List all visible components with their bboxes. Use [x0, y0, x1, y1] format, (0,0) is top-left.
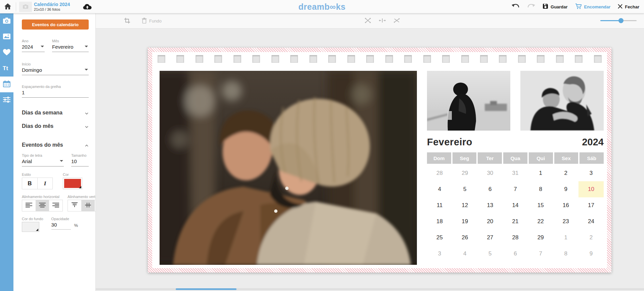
- binding-hole: [233, 55, 241, 63]
- shuffle-button[interactable]: [393, 17, 400, 25]
- section-month-events[interactable]: Eventos do mês: [22, 142, 89, 148]
- save-button[interactable]: Guardar: [543, 3, 568, 10]
- date-cell: 1: [553, 230, 578, 246]
- sidebar-item-favorites[interactable]: [0, 45, 13, 61]
- redo-icon: [527, 3, 535, 10]
- editor-canvas: Fundo: [96, 13, 644, 291]
- date-cell: 29: [452, 165, 477, 181]
- binding-hole: [214, 55, 222, 63]
- binding-hole: [404, 55, 412, 63]
- zoom-slider[interactable]: [600, 20, 637, 21]
- zoom-slider-thumb[interactable]: [618, 18, 624, 23]
- weekday-cell: Qua: [503, 152, 527, 164]
- align-bottom-button[interactable]: [95, 200, 96, 211]
- weekday-row: DomSegTerQuaQuiSexSáb: [427, 152, 604, 164]
- date-cell: 7: [503, 181, 528, 197]
- upload-button[interactable]: [83, 3, 92, 11]
- date-cell: 5: [477, 246, 503, 262]
- bold-button[interactable]: B: [22, 178, 37, 189]
- start-day-label: Início: [22, 62, 89, 66]
- flip-horizontal-button[interactable]: [379, 18, 386, 24]
- camera-icon: [3, 17, 10, 25]
- year-select[interactable]: 2024: [22, 44, 45, 52]
- home-icon: [4, 3, 11, 11]
- italic-button[interactable]: I: [37, 178, 53, 189]
- cart-icon: [575, 3, 582, 10]
- binding-hole: [537, 55, 545, 63]
- date-cell: 6: [477, 181, 503, 197]
- grid-spacing-input[interactable]: 1: [22, 90, 89, 98]
- align-right-button[interactable]: [49, 200, 62, 211]
- binding-hole: [518, 55, 526, 63]
- bg-color-swatch[interactable]: [22, 222, 39, 232]
- binding-hole: [442, 55, 450, 63]
- background-label: Fundo: [149, 18, 162, 23]
- binding-hole: [575, 55, 583, 63]
- close-button[interactable]: Fechar: [618, 4, 639, 10]
- binding-hole: [158, 55, 165, 63]
- date-cell: 1: [528, 165, 553, 181]
- date-cell: 27: [477, 230, 503, 246]
- align-h-field: Alinhamento horizontal: [22, 195, 63, 211]
- year-field: Ano 2024: [22, 39, 45, 52]
- calendar-settings-panel: Eventos do calendário Ano 2024 Mês Fever…: [13, 13, 96, 291]
- month-select[interactable]: Fevereiro: [52, 44, 89, 52]
- small-photo-1[interactable]: [427, 71, 510, 131]
- align-middle-button[interactable]: [81, 200, 95, 211]
- project-thumbnail[interactable]: [19, 2, 32, 12]
- sidebar-item-text[interactable]: Tt: [0, 61, 13, 77]
- order-button[interactable]: Encomendar: [575, 3, 611, 10]
- date-cell: 21: [503, 213, 528, 230]
- sidebar-item-photos[interactable]: [0, 13, 13, 29]
- background-delete-button[interactable]: Fundo: [142, 18, 162, 25]
- chevron-down-icon: [85, 111, 89, 115]
- home-button[interactable]: [4, 3, 12, 11]
- font-family-select[interactable]: Arial: [22, 158, 64, 166]
- color-swatch-button[interactable]: [63, 178, 82, 189]
- swap-photos-button[interactable]: [364, 17, 371, 25]
- crop-button[interactable]: [124, 17, 130, 25]
- project-info: Calendário 2024 21x10 / 36 fotos: [34, 2, 70, 12]
- align-top-icon: [72, 202, 78, 209]
- sidebar-item-settings[interactable]: [0, 92, 13, 108]
- start-day-select[interactable]: Domingo: [22, 67, 89, 75]
- calendar-page[interactable]: Fevereiro 2024 DomSegTerQuaQuiSexSáb 282…: [148, 48, 611, 273]
- section-monthdays[interactable]: Dias do mês: [22, 123, 89, 129]
- align-top-button[interactable]: [68, 200, 81, 211]
- binding-hole: [594, 55, 602, 63]
- date-cell: 29: [528, 230, 553, 246]
- small-photo-2[interactable]: [520, 71, 604, 131]
- horizontal-scrollbar-thumb[interactable]: [176, 288, 237, 290]
- app-header: Calendário 2024 21x10 / 36 fotos dreamb∞…: [0, 0, 644, 13]
- bg-color-label: Cor do fundo: [22, 217, 43, 221]
- binding-hole: [328, 55, 336, 63]
- undo-button[interactable]: [512, 3, 520, 10]
- date-cell: 15: [528, 197, 553, 213]
- sidebar-item-calendar[interactable]: [0, 77, 13, 92]
- opacity-input[interactable]: 30: [51, 222, 71, 230]
- date-cell: 28: [503, 230, 528, 246]
- app-logo: dreamb∞ks: [298, 2, 345, 12]
- sidebar-item-images[interactable]: [0, 29, 13, 45]
- canvas-toolbar: Fundo: [96, 13, 644, 29]
- font-family-field: Tipo de letra Arial: [22, 153, 64, 166]
- align-left-button[interactable]: [22, 200, 36, 211]
- section-weekdays[interactable]: Dias da semana: [22, 110, 89, 116]
- calendar-page-inner: Fevereiro 2024 DomSegTerQuaQuiSexSáb 282…: [152, 52, 607, 268]
- date-cell: 6: [503, 246, 528, 262]
- calendar-grid-block[interactable]: Fevereiro 2024 DomSegTerQuaQuiSexSáb 282…: [427, 137, 604, 265]
- date-cell: 11: [427, 197, 452, 213]
- project-title[interactable]: Calendário 2024: [34, 2, 70, 7]
- main-photo[interactable]: [160, 71, 417, 265]
- close-label: Fechar: [625, 4, 639, 9]
- date-cell: 2: [553, 165, 578, 181]
- font-size-input[interactable]: 10: [71, 158, 89, 166]
- redo-button[interactable]: [527, 3, 535, 10]
- date-cell: 22: [528, 213, 553, 230]
- calendar-events-button[interactable]: Eventos do calendário: [22, 19, 89, 30]
- camera-placeholder-icon: [23, 4, 28, 10]
- align-center-icon: [39, 202, 46, 209]
- date-cell: 14: [503, 197, 528, 213]
- weekday-cell: Dom: [427, 152, 451, 164]
- align-center-button[interactable]: [36, 200, 49, 211]
